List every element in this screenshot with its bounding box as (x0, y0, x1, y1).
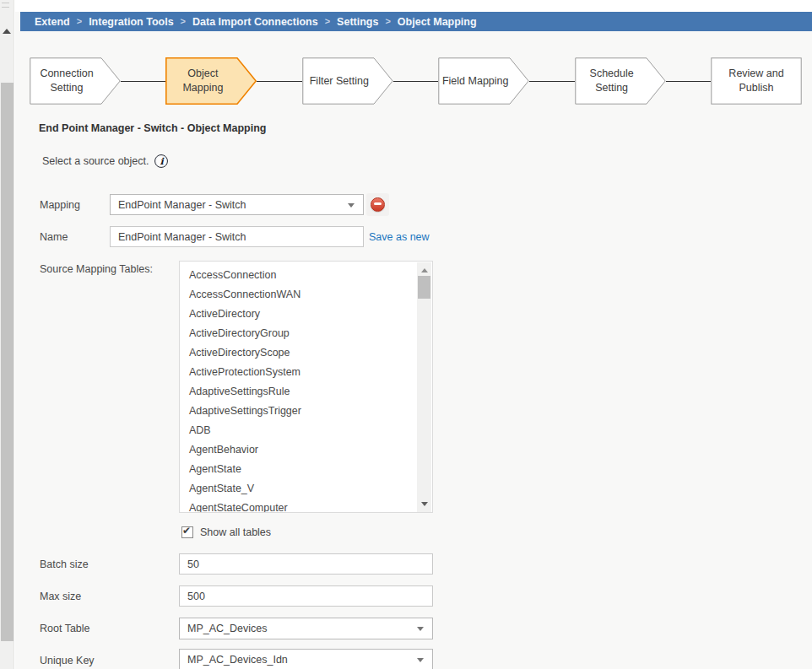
breadcrumb-separator-icon: > (385, 16, 390, 26)
wizard-step-object-mapping[interactable]: Object Mapping (165, 57, 257, 105)
unique-key-select[interactable]: MP_AC_Devices_Idn (179, 649, 433, 669)
breadcrumb-item-object-mapping[interactable]: Object Mapping (398, 16, 477, 28)
breadcrumb-item-integration-tools[interactable]: Integration Tools (89, 16, 173, 28)
wizard-step-label: Object Mapping (168, 57, 237, 105)
remove-mapping-button[interactable] (366, 193, 389, 216)
step-connector (257, 81, 301, 82)
breadcrumb-item-settings[interactable]: Settings (337, 16, 378, 28)
listbox-scrollbar-thumb[interactable] (418, 276, 430, 299)
name-label: Name (40, 231, 68, 243)
table-list-item[interactable]: ActiveDirectoryScope (180, 343, 432, 363)
table-list-item[interactable]: AccessConnection (180, 266, 432, 285)
table-list-item[interactable]: AgentState_V (180, 479, 432, 499)
chevron-down-icon[interactable] (348, 203, 355, 208)
breadcrumb: Extend > Integration Tools > Data Import… (20, 12, 812, 31)
breadcrumb-item-extend[interactable]: Extend (35, 16, 70, 28)
listbox-scrollbar[interactable] (417, 262, 431, 512)
show-all-tables-option[interactable]: ✔ Show all tables (181, 526, 271, 538)
show-all-tables-label: Show all tables (200, 526, 271, 538)
unique-key-label: Unique Key (40, 655, 95, 666)
root-table-value: MP_AC_Devices (187, 623, 267, 634)
breadcrumb-separator-icon: > (325, 16, 330, 26)
info-icon[interactable]: i (154, 154, 168, 168)
table-list-item[interactable]: ActiveDirectory (180, 305, 432, 324)
wizard-step-field-mapping[interactable]: Field Mapping (438, 57, 529, 105)
show-all-tables-checkbox[interactable]: ✔ (181, 526, 193, 538)
wizard-step-label: Schedule Setting (577, 57, 647, 105)
table-list-item[interactable]: AgentStateComputer (180, 499, 432, 513)
step-connector (529, 81, 574, 82)
chevron-down-icon[interactable] (417, 627, 424, 631)
wizard-step-label: Review and Publish (713, 57, 799, 105)
select-source-text: Select a source object. (42, 155, 149, 167)
wizard-step-review-and-publish[interactable]: Review and Publish (711, 57, 802, 105)
table-list-item[interactable]: AccessConnectionWAN (180, 285, 432, 305)
max-size-label: Max size (40, 591, 81, 602)
scrollbar-grip-dash (2, 3, 9, 3)
mapping-label: Mapping (40, 199, 80, 211)
table-list-item[interactable]: AgentState (180, 460, 432, 479)
chevron-down-icon[interactable] (417, 658, 424, 662)
name-input[interactable] (110, 226, 364, 247)
table-list-item[interactable]: AdaptiveSettingsTrigger (180, 402, 432, 421)
source-tables-listbox[interactable]: AccessConnection AccessConnectionWAN Act… (179, 261, 433, 513)
root-table-label: Root Table (40, 623, 90, 634)
wizard-step-label: Connection Setting (32, 57, 101, 105)
wizard-step-schedule-setting[interactable]: Schedule Setting (575, 57, 666, 105)
wizard-step-label: Field Mapping (441, 57, 510, 105)
batch-size-label: Batch size (40, 558, 89, 570)
max-size-input[interactable] (179, 585, 433, 607)
table-list-item[interactable]: ActiveProtectionSystem (180, 363, 432, 382)
minus-circle-icon (371, 197, 385, 212)
scroll-up-icon[interactable] (3, 29, 11, 34)
save-as-new-link[interactable]: Save as new (369, 231, 430, 243)
checkmark-icon: ✔ (182, 525, 191, 537)
table-list-item[interactable]: AgentBehavior (180, 440, 432, 460)
page-scrollbar-thumb[interactable] (1, 83, 14, 641)
scrollbar-grip-dash (2, 7, 9, 8)
table-list-item[interactable]: ActiveDirectoryGroup (180, 324, 432, 343)
table-list-item[interactable]: AdaptiveSettingsRule (180, 382, 432, 402)
unique-key-value: MP_AC_Devices_Idn (187, 654, 288, 666)
page-title: End Point Manager - Switch - Object Mapp… (39, 122, 266, 134)
page-scrollbar[interactable] (0, 0, 14, 669)
root-table-select[interactable]: MP_AC_Devices (179, 618, 433, 639)
wizard-step-filter-setting[interactable]: Filter Setting (302, 57, 393, 105)
step-connector (666, 81, 711, 82)
batch-size-input[interactable] (179, 553, 433, 575)
breadcrumb-item-data-import-connections[interactable]: Data Import Connections (192, 16, 318, 28)
step-connector (121, 81, 165, 82)
table-list-item[interactable]: ADB (180, 421, 432, 440)
wizard-step-label: Filter Setting (305, 57, 374, 105)
breadcrumb-separator-icon: > (181, 16, 186, 26)
select-source-row: Select a source object. i (42, 154, 168, 168)
wizard-step-connection-setting[interactable]: Connection Setting (30, 57, 121, 105)
source-tables-label: Source Mapping Tables: (40, 263, 153, 275)
mapping-select-value: EndPoint Manager - Switch (118, 199, 246, 211)
breadcrumb-separator-icon: > (77, 16, 82, 26)
wizard-stepper: Connection Setting Object Mapping Filter… (30, 57, 802, 105)
step-connector (393, 81, 438, 82)
listbox-scroll-down-icon[interactable] (421, 502, 428, 506)
mapping-select[interactable]: EndPoint Manager - Switch (110, 194, 364, 215)
listbox-scroll-up-icon[interactable] (421, 268, 428, 272)
